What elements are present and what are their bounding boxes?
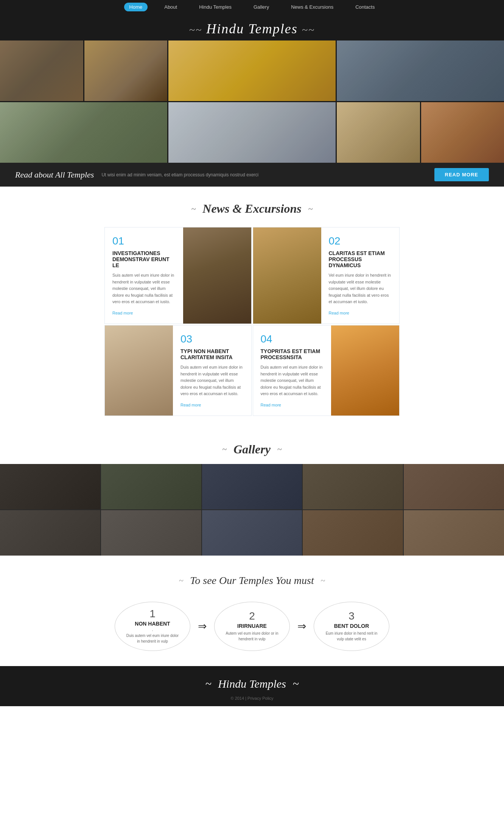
photo-2 xyxy=(84,40,168,101)
news-image-4 xyxy=(331,325,399,416)
step-1-num: 1 xyxy=(149,609,156,619)
news-title-4: TYOPRITAS EST ETIAM PROCESSNSITA xyxy=(261,348,324,360)
hero-title-bar: ~~ Hindu Temples ~~ xyxy=(0,14,504,40)
step-2-num: 2 xyxy=(249,611,255,621)
news-text-4: Duis autem vel eum iriure dolor in hendr… xyxy=(261,364,324,397)
gallery-3 xyxy=(202,464,302,509)
gallery-6 xyxy=(0,510,100,556)
news-num-1: 01 xyxy=(112,235,176,247)
curl-right: ~ xyxy=(306,204,313,214)
step-3: 3 BENT DOLOR Eum iriure dolor in hend re… xyxy=(314,602,389,651)
photo-7 xyxy=(337,102,420,163)
gallery-8 xyxy=(202,510,302,556)
step-1-label: NON HABENT xyxy=(135,621,170,627)
news-num-4: 04 xyxy=(261,333,324,345)
photo-3 xyxy=(168,40,336,101)
hero-title: ~~ Hindu Temples ~~ xyxy=(0,21,504,37)
news-image-1 xyxy=(183,227,251,324)
nav-gallery[interactable]: Gallery xyxy=(248,3,274,11)
photo-5 xyxy=(0,102,167,163)
news-num-2: 02 xyxy=(329,235,392,247)
read-bar: Read about All Temples Ut wisi enim ad m… xyxy=(0,163,504,187)
gallery-9 xyxy=(303,510,403,556)
news-link-2[interactable]: Read more xyxy=(329,311,349,315)
footer-title: ~ Hindu Temples ~ xyxy=(0,677,504,690)
gallery-4 xyxy=(303,464,403,509)
step-3-num: 3 xyxy=(348,611,355,621)
news-grid: 01 INVESTIGATIONES DEMONSTRAV ERUNT LE S… xyxy=(89,227,415,431)
steps-title: ~ To see Our Temples You must ~ xyxy=(179,574,325,587)
news-num-3: 03 xyxy=(180,333,244,345)
nav-contacts[interactable]: Contacts xyxy=(350,3,380,11)
arrow-1: ⇒ xyxy=(198,620,207,632)
main-nav: Home About Hindu Temples Gallery News & … xyxy=(0,0,504,14)
step-2-label: IRIRNUARE xyxy=(237,623,267,629)
gallery-section: ~ Gallery ~ xyxy=(0,431,504,556)
step-3-desc: Eum iriure dolor in hend rerit in vulp u… xyxy=(325,631,378,642)
news-title-text: News & Excursions xyxy=(202,202,301,216)
footer-copy: © 2014 | Privacy Policy xyxy=(0,696,504,701)
news-content-3: 03 TYPI NON HABENT CLARITATEM INSITA Dui… xyxy=(173,325,251,416)
news-item-3: 03 TYPI NON HABENT CLARITATEM INSITA Dui… xyxy=(104,325,252,416)
step-1: 1 NON HABENT · Duis autem vel eum iriure… xyxy=(115,602,190,651)
news-item-4: 04 TYOPRITAS EST ETIAM PROCESSNSITA Duis… xyxy=(253,325,400,416)
arrow-2: ⇒ xyxy=(297,620,306,632)
gallery-grid xyxy=(0,464,504,556)
news-link-3[interactable]: Read more xyxy=(180,403,201,407)
nav-about[interactable]: About xyxy=(159,3,182,11)
step-2: 2 IRIRNUARE Autem vel eum iriure dolor o… xyxy=(214,602,290,651)
step-1-desc: Duis autem vel eum iriure dolor in hendr… xyxy=(126,633,179,644)
photo-grid xyxy=(0,40,504,163)
gallery-title: ~ Gallery ~ xyxy=(222,442,282,456)
footer: ~ Hindu Temples ~ © 2014 | Privacy Polic… xyxy=(0,666,504,706)
photo-1 xyxy=(0,40,83,101)
nav-hindu-temples[interactable]: Hindu Temples xyxy=(194,3,237,11)
news-title-2: CLARITAS EST ETIAM PROCESSUS DYNAMICUS xyxy=(329,250,392,268)
photo-4 xyxy=(337,40,504,101)
gallery-1 xyxy=(0,464,100,509)
news-link-4[interactable]: Read more xyxy=(261,403,281,407)
nav-home[interactable]: Home xyxy=(124,3,148,11)
news-text-3: Duis autem vel eum iriure dolor in hendr… xyxy=(180,364,244,397)
news-image-3 xyxy=(105,325,173,416)
steps-section: ~ To see Our Temples You must ~ 1 NON HA… xyxy=(0,556,504,666)
news-text-1: Suis autem vel eum iriure dolor in hendr… xyxy=(112,272,176,305)
photo-6 xyxy=(168,102,336,163)
gallery-7 xyxy=(101,510,201,556)
gallery-5 xyxy=(404,464,504,509)
news-content-2: 02 CLARITAS EST ETIAM PROCESSUS DYNAMICU… xyxy=(321,227,400,324)
nav-news-excursions[interactable]: News & Excursions xyxy=(286,3,339,11)
read-more-button[interactable]: READ MORE xyxy=(434,168,489,181)
read-bar-title: Read about All Temples xyxy=(15,170,94,180)
news-section-title: ~ News & Excursions ~ xyxy=(0,187,504,227)
news-title-3: TYPI NON HABENT CLARITATEM INSITA xyxy=(180,348,244,360)
news-item-1: 01 INVESTIGATIONES DEMONSTRAV ERUNT LE S… xyxy=(104,227,252,324)
steps-row: 1 NON HABENT · Duis autem vel eum iriure… xyxy=(15,602,489,651)
curl-left: ~ xyxy=(191,204,198,214)
step-3-label: BENT DOLOR xyxy=(334,623,369,629)
photo-8 xyxy=(421,102,504,163)
news-title-1: INVESTIGATIONES DEMONSTRAV ERUNT LE xyxy=(112,250,176,268)
news-image-2 xyxy=(253,227,321,324)
news-content-1: 01 INVESTIGATIONES DEMONSTRAV ERUNT LE S… xyxy=(105,227,183,324)
news-link-1[interactable]: Read more xyxy=(112,311,133,315)
news-content-4: 04 TYOPRITAS EST ETIAM PROCESSNSITA Duis… xyxy=(253,325,331,416)
news-text-2: Vel eum iriure dolor in hendrerit in vul… xyxy=(329,272,392,305)
news-item-2: 02 CLARITAS EST ETIAM PROCESSUS DYNAMICU… xyxy=(253,227,400,324)
read-bar-subtext: Ut wisi enim ad minim veniam, est etiam … xyxy=(101,172,426,177)
gallery-10 xyxy=(404,510,504,556)
gallery-2 xyxy=(101,464,201,509)
step-2-desc: Autem vel eum iriure dolor or in hendrer… xyxy=(226,631,278,642)
